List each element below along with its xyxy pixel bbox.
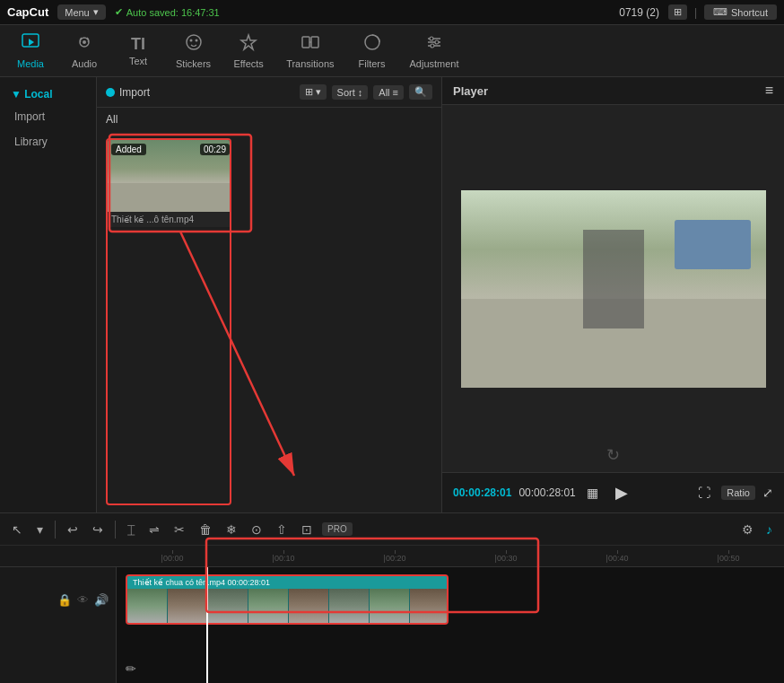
all-filter-button[interactable]: All ≡ (373, 85, 404, 100)
toolbar-stickers[interactable]: Stickers (165, 29, 222, 73)
play-button[interactable]: ▶ (609, 480, 634, 505)
sidebar-local-section[interactable]: ▼ Local (0, 84, 96, 104)
playhead-button[interactable]: ⊙ (247, 521, 266, 539)
timeline-tracks: 🔒 👁 🔊 Thiết kế chua có tên.mp4 00:00:28:… (0, 567, 784, 683)
top-right-controls: ⊞ | ⌨ Shortcut (668, 4, 777, 20)
shortcut-button[interactable]: ⌨ Shortcut (704, 4, 777, 20)
tl-settings-button[interactable]: ⚙ (737, 521, 758, 539)
track-lanes: Thiết kế chua có tên.mp4 00:00:28:01 (117, 567, 784, 683)
sidebar-item-library[interactable]: Library (4, 130, 92, 153)
player-menu-button[interactable]: ≡ (765, 83, 773, 99)
screen-layout-button[interactable]: ⊞ (668, 4, 687, 20)
clip-frames (127, 589, 447, 623)
toolbar-text[interactable]: TI Text (111, 32, 165, 70)
tick-0: |00:00 (117, 554, 228, 563)
video-clip[interactable]: Thiết kế chua có tên.mp4 00:00:28:01 (126, 574, 449, 625)
project-counter: 0719 (2) (619, 6, 659, 19)
timeline-ruler: |00:00 |00:10 |00:20 |00:30 |00:40 |00:5… (0, 546, 784, 567)
track-control-row: 🔒 👁 🔊 (0, 574, 116, 625)
cursor-tool[interactable]: ↖ (7, 521, 27, 539)
svg-rect-9 (311, 37, 318, 48)
text-icon: TI (131, 36, 145, 52)
video-track-row: Thiết kế chua có tên.mp4 00:00:28:01 (117, 574, 784, 625)
player-refresh-icon: ↻ (606, 445, 620, 465)
clip-frame-5 (289, 589, 329, 623)
player-header: Player ≡ (442, 77, 784, 105)
tl-audio-button[interactable]: ♪ (762, 521, 777, 539)
tl-sep-1 (55, 521, 56, 539)
toolbar-adjustment[interactable]: Adjustment (399, 29, 470, 73)
sort-button[interactable]: Sort ↕ (332, 85, 369, 100)
freeze-button[interactable]: ❄ (222, 521, 241, 539)
pro-button[interactable]: PRO (322, 522, 353, 536)
tick-30: |00:30 (450, 554, 562, 563)
fullscreen-toggle-button[interactable]: ⛶ (694, 484, 714, 502)
trim-button[interactable]: ⇌ (144, 521, 164, 539)
svg-point-3 (83, 40, 86, 44)
timeline-area: ↖ ▾ ↩ ↪ ⌶ ⇌ ✂ 🗑 ❄ ⊙ ⇧ ⊡ PRO ⚙ ♪ |00:00 |… (0, 512, 784, 683)
split-button[interactable]: ⌶ (123, 521, 139, 539)
svg-point-4 (187, 35, 201, 49)
cursor-dropdown[interactable]: ▾ (32, 521, 48, 539)
tl-sep-2 (115, 521, 116, 539)
media-header: Import ⊞ ▾ Sort ↕ All ≡ 🔍 (97, 77, 441, 108)
added-badge: Added (111, 144, 146, 155)
clip-frame-6 (329, 589, 370, 623)
tick-50: |00:50 (673, 554, 784, 563)
toolbar-media[interactable]: Media (4, 29, 57, 73)
tick-40: |00:40 (562, 554, 673, 563)
main-area: ▼ Local Import Library Import ⊞ ▾ Sort ↕… (0, 77, 784, 512)
clip-frame-8 (410, 589, 447, 623)
ruler-track: |00:00 |00:10 |00:20 |00:30 |00:40 |00:5… (0, 554, 784, 563)
media-card[interactable]: Added 00:29 Thiết kế ...ô tên.mp4 (106, 138, 231, 505)
lock-icon[interactable]: 🔒 (57, 593, 72, 607)
track-controls: 🔒 👁 🔊 (0, 567, 117, 683)
edit-icon[interactable]: ✏ (126, 661, 136, 676)
toolbar-audio[interactable]: Audio (57, 29, 111, 73)
player-car (675, 220, 751, 269)
redo-button[interactable]: ↪ (88, 521, 108, 539)
player-viewport: ↻ (442, 105, 784, 472)
timeline-segments-button[interactable]: ▦ (583, 484, 602, 502)
player-controls: 00:00:28:01 00:00:28:01 ▦ ▶ ⛶ Ratio ⤢ (442, 472, 784, 512)
media-controls: ⊞ ▾ Sort ↕ All ≡ 🔍 (300, 84, 433, 100)
tick-20: |00:20 (339, 554, 450, 563)
top-bar: CapCut Menu ▾ ✔ Auto saved: 16:47:31 071… (0, 0, 784, 25)
toolbar-effects[interactable]: Effects (222, 29, 275, 73)
media-filename: Thiết kế ...ô tên.mp4 (108, 212, 230, 227)
motion-button[interactable]: ⇧ (272, 521, 292, 539)
auto-saved-status: ✔ Auto saved: 16:47:31 (115, 6, 220, 18)
delete-button[interactable]: 🗑 (195, 521, 216, 539)
expand-button[interactable]: ⤢ (762, 486, 773, 500)
toolbar-transitions[interactable]: Transitions (275, 29, 344, 73)
player-video-frame (461, 190, 766, 388)
player-gate (583, 230, 644, 328)
clip-frame-1 (127, 589, 168, 623)
svg-point-15 (435, 40, 439, 44)
crop-button[interactable]: ⊡ (297, 521, 317, 539)
svg-marker-7 (241, 35, 256, 49)
clip-frame-2 (168, 589, 208, 623)
menu-button[interactable]: Menu ▾ (57, 4, 106, 20)
player-time-current: 00:00:28:01 (453, 486, 511, 499)
ratio-button[interactable]: Ratio (721, 486, 755, 500)
eye-icon[interactable]: 👁 (77, 593, 89, 607)
cut-button[interactable]: ✂ (170, 521, 189, 539)
clip-header: Thiết kế chua có tên.mp4 00:00:28:01 (127, 576, 447, 589)
import-dot (106, 88, 115, 97)
player-scene (461, 190, 766, 388)
tick-10: |00:10 (228, 554, 339, 563)
search-button[interactable]: 🔍 (409, 84, 432, 100)
transitions-icon (301, 32, 320, 55)
effects-icon (239, 32, 258, 55)
media-icon (21, 32, 40, 55)
timeline-content: |00:00 |00:10 |00:20 |00:30 |00:40 |00:5… (0, 546, 784, 683)
import-button[interactable]: Import (106, 86, 150, 99)
view-toggle-button[interactable]: ⊞ ▾ (300, 84, 327, 100)
audio-track-icon[interactable]: 🔊 (94, 593, 109, 607)
sidebar-item-import[interactable]: Import (4, 105, 92, 128)
clip-frame-4 (248, 589, 289, 623)
media-thumbnail: Added 00:29 (108, 140, 231, 212)
toolbar-filters[interactable]: Filters (345, 29, 399, 73)
undo-button[interactable]: ↩ (63, 521, 83, 539)
